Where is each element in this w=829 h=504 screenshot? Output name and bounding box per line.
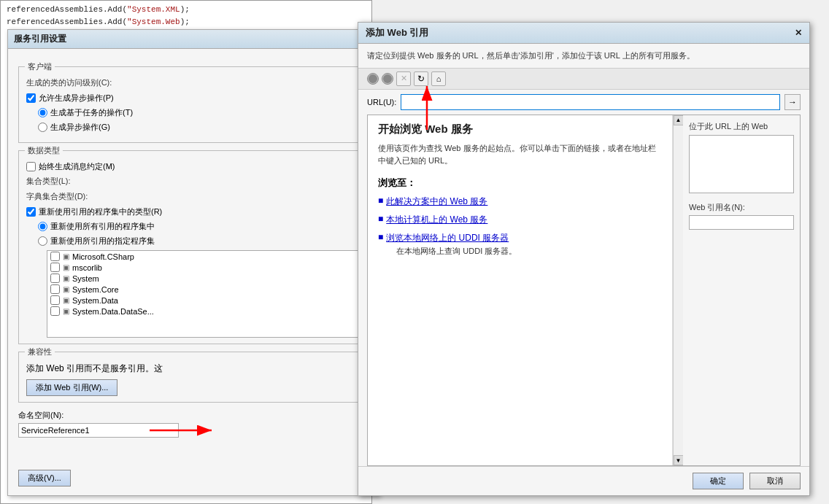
namespace-input[interactable]	[18, 423, 179, 438]
compat-desc-row: 添加 Web 引用而不是服务引用。这	[26, 363, 360, 375]
reuse-specified-row[interactable]: 重新使用所引用的指定程序集	[38, 236, 360, 247]
home-button[interactable]: ⌂	[431, 71, 446, 86]
browser-toolbar: ✕ ↻ ⌂	[358, 68, 809, 90]
collection-type-row: 集合类型(L):	[26, 176, 360, 187]
generate-async-row[interactable]: 生成异步操作(G)	[38, 122, 360, 133]
refresh-button[interactable]: ↻	[414, 71, 428, 86]
generate-task-row[interactable]: 生成基于任务的操作(T)	[38, 107, 360, 118]
web-ref-title-text: 添加 Web 引用	[366, 26, 428, 39]
reuse-types-row[interactable]: 重新使用引用的程序集中的类型(R)	[26, 206, 360, 217]
browser-scrollbar[interactable]: ▲ ▼	[673, 115, 683, 466]
reuse-types-checkbox[interactable]	[26, 207, 36, 217]
namespace-section: 命名空间(N):	[18, 410, 369, 438]
namespace-label: 命名空间(N):	[18, 410, 369, 421]
services-list-box	[689, 135, 794, 193]
generate-async-label: 生成异步操作(G)	[50, 122, 110, 133]
scroll-down-arrow[interactable]: ▼	[674, 455, 684, 465]
uddi-server-link[interactable]: 浏览本地网络上的 UDDI 服务器	[386, 233, 509, 243]
browser-panel: 开始浏览 Web 服务 使用该页作为查找 Web 服务的起始点。你可以单击下面的…	[368, 115, 673, 466]
browse-desc: 使用该页作为查找 Web 服务的起始点。你可以单击下面的链接，或者在地址栏中键入…	[378, 142, 662, 168]
web-name-label: Web 引用名(N):	[689, 202, 794, 213]
web-name-section: Web 引用名(N):	[689, 202, 794, 230]
stop-button[interactable]: ✕	[396, 71, 411, 86]
bullet-2: ■	[378, 232, 383, 242]
allow-async-row[interactable]: 允许生成异步操作(P)	[26, 93, 360, 104]
service-settings-body: 客户端 生成的类的访问级别(C): 允许生成异步操作(P) 生成基于任务的操作(…	[8, 49, 379, 494]
right-panel: 位于此 URL 上的 Web Web 引用名(N):	[683, 115, 800, 466]
cancel-button[interactable]: 取消	[749, 473, 801, 489]
web-ref-footer: 确定 取消	[358, 466, 809, 495]
local-web-services-link[interactable]: 本地计算机上的 Web 服务	[386, 214, 487, 225]
uddi-sub-text: 在本地网络上查询 UDDI 服务器。	[396, 246, 517, 257]
bullet-0: ■	[378, 195, 383, 206]
client-group: 客户端 生成的类的访问级别(C): 允许生成异步操作(P) 生成基于任务的操作(…	[18, 66, 369, 143]
reuse-types-label: 重新使用引用的程序集中的类型(R)	[39, 206, 162, 217]
bottom-buttons: 高级(V)...	[18, 470, 71, 486]
allow-async-checkbox[interactable]	[26, 93, 36, 103]
reuse-all-radio[interactable]	[38, 222, 47, 231]
ok-button[interactable]: 确定	[693, 473, 744, 489]
add-web-ref-dialog: 添加 Web 引用 ✕ 请定位到提供 Web 服务的 URL，然后单击'添加引用…	[358, 22, 810, 496]
service-settings-title: 服务引用设置	[8, 30, 379, 49]
url-row: URL(U): →	[358, 90, 809, 115]
url-label: URL(U):	[367, 98, 396, 106]
bullet-1: ■	[378, 214, 383, 224]
go-button[interactable]: →	[784, 94, 801, 110]
service-settings-dialog: 服务引用设置 客户端 生成的类的访问级别(C): 允许生成异步操作(P) 生成基…	[7, 29, 379, 496]
assembly-item-4[interactable]: ▣System.Data	[47, 295, 360, 306]
browse-link-0: ■ 此解决方案中的 Web 服务	[378, 195, 662, 208]
web-name-input[interactable]	[689, 215, 794, 230]
access-level-row: 生成的类的访问级别(C):	[26, 77, 360, 88]
forward-button[interactable]	[382, 73, 393, 85]
reuse-specified-radio[interactable]	[38, 236, 47, 246]
allow-async-label: 允许生成异步操作(P)	[39, 93, 114, 104]
collection-type-label: 集合类型(L):	[26, 176, 128, 187]
compat-group: 兼容性 添加 Web 引用而不是服务引用。这 添加 Web 引用(W)...	[18, 352, 369, 403]
always-generate-checkbox[interactable]	[26, 162, 36, 171]
assembly-item-5[interactable]: ▣System.Data.DataSe...	[47, 306, 360, 317]
client-group-title: 客户端	[25, 61, 55, 72]
assembly-item-2[interactable]: ▣System	[47, 273, 360, 284]
assembly-checklist[interactable]: ▣Microsoft.CSharp ▣mscorlib ▣System ▣Sys…	[47, 250, 360, 338]
reuse-specified-label: 重新使用所引用的指定程序集	[50, 236, 155, 247]
data-types-title: 数据类型	[25, 145, 63, 156]
right-panel-url-section: 位于此 URL 上的 Web	[689, 121, 794, 193]
assembly-item-0[interactable]: ▣Microsoft.CSharp	[47, 251, 360, 262]
advanced-button[interactable]: 高级(V)...	[18, 470, 71, 486]
reuse-all-row[interactable]: 重新使用所有引用的程序集中	[38, 221, 360, 232]
generate-task-label: 生成基于任务的操作(T)	[50, 107, 133, 118]
access-level-label: 生成的类的访问级别(C):	[26, 77, 128, 88]
generate-async-radio[interactable]	[38, 123, 47, 132]
scroll-up-arrow[interactable]: ▲	[674, 115, 684, 125]
browse-title: 开始浏览 Web 服务	[378, 123, 662, 136]
web-ref-description: 请定位到提供 Web 服务的 URL，然后单击'添加引用'，添加位于该 URL …	[358, 44, 809, 68]
web-ref-title-bar: 添加 Web 引用 ✕	[358, 23, 809, 44]
add-web-ref-button[interactable]: 添加 Web 引用(W)...	[26, 379, 117, 396]
assembly-item-3[interactable]: ▣System.Core	[47, 284, 360, 295]
circle-icon	[369, 74, 377, 83]
close-icon[interactable]: ✕	[795, 28, 802, 38]
circle-icon-2	[383, 74, 392, 83]
data-types-group: 数据类型 始终生成消息约定(M) 集合类型(L): 字典集合类型(D): 重新使…	[18, 150, 369, 344]
compat-desc: 添加 Web 引用而不是服务引用。这	[26, 363, 163, 375]
back-button[interactable]	[367, 73, 379, 85]
web-ref-content-area: 开始浏览 Web 服务 使用该页作为查找 Web 服务的起始点。你可以单击下面的…	[367, 115, 801, 467]
reuse-all-label: 重新使用所有引用的程序集中	[50, 221, 155, 232]
always-generate-row[interactable]: 始终生成消息约定(M)	[26, 161, 360, 172]
browse-link-2: ■ 浏览本地网络上的 UDDI 服务器 在本地网络上查询 UDDI 服务器。	[378, 232, 662, 257]
browse-link-1: ■ 本地计算机上的 Web 服务	[378, 214, 662, 226]
always-generate-label: 始终生成消息约定(M)	[39, 161, 115, 172]
dict-collection-row: 字典集合类型(D):	[26, 191, 360, 202]
solution-web-services-link[interactable]: 此解决方案中的 Web 服务	[386, 196, 487, 206]
browse-to-label: 浏览至：	[378, 177, 662, 190]
url-input[interactable]	[401, 94, 780, 110]
compat-title: 兼容性	[25, 346, 55, 357]
generate-task-radio[interactable]	[38, 108, 47, 117]
dict-collection-label: 字典集合类型(D):	[26, 191, 128, 202]
assembly-item-1[interactable]: ▣mscorlib	[47, 262, 360, 273]
right-panel-title: 位于此 URL 上的 Web	[689, 121, 794, 132]
